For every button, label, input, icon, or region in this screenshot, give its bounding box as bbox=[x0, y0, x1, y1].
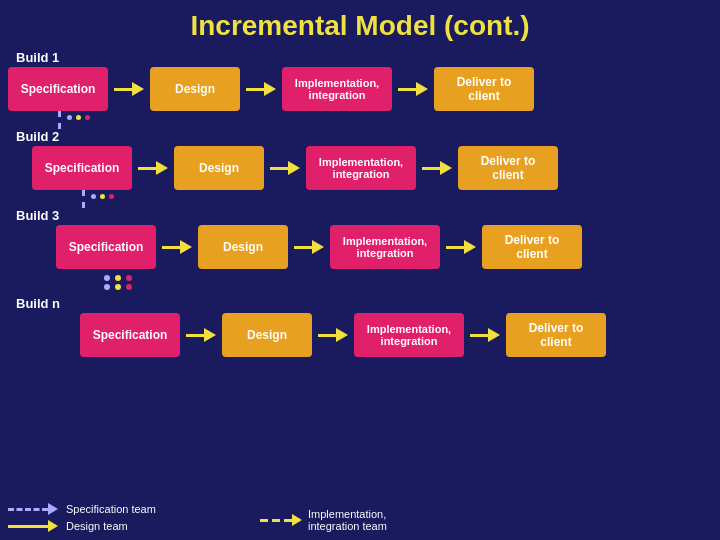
buildn-deliver-box: Deliver to client bbox=[506, 313, 606, 357]
legend-impl-team: Implementation, integration team bbox=[260, 508, 387, 532]
build3-deliver-box: Deliver to client bbox=[482, 225, 582, 269]
connector-2-3 bbox=[56, 190, 712, 208]
buildn-impl-box: Implementation, integration bbox=[354, 313, 464, 357]
build3-impl-box: Implementation, integration bbox=[330, 225, 440, 269]
buildn-spec-design-arrow bbox=[186, 328, 216, 342]
build2-impl-deliver-arrow bbox=[422, 161, 452, 175]
dots-section bbox=[104, 275, 712, 290]
build2-deliver-box: Deliver to client bbox=[458, 146, 558, 190]
buildn-impl-deliver-arrow bbox=[470, 328, 500, 342]
legend-design-team-label: Design team bbox=[66, 520, 128, 532]
legend-design-team: Design team bbox=[8, 520, 156, 532]
build1-spec-design-arrow bbox=[114, 82, 144, 96]
legend: Specification team Design team bbox=[8, 503, 156, 532]
build3-spec-box: Specification bbox=[56, 225, 156, 269]
build3-label: Build 3 bbox=[16, 208, 712, 223]
build1-row: Specification Design Implementation, int… bbox=[8, 67, 712, 111]
legend-spec-team-label: Specification team bbox=[66, 503, 156, 515]
build3-design-box: Design bbox=[198, 225, 288, 269]
buildn-section: Build n Specification Design Implementat… bbox=[8, 296, 712, 357]
buildn-design-box: Design bbox=[222, 313, 312, 357]
build3-design-impl-arrow bbox=[294, 240, 324, 254]
build1-spec-box: Specification bbox=[8, 67, 108, 111]
build3-row: Specification Design Implementation, int… bbox=[56, 225, 712, 269]
buildn-design-impl-arrow bbox=[318, 328, 348, 342]
build3-spec-design-arrow bbox=[162, 240, 192, 254]
page-title: Incremental Model (cont.) bbox=[0, 0, 720, 48]
build1-impl-deliver-arrow bbox=[398, 82, 428, 96]
build1-design-box: Design bbox=[150, 67, 240, 111]
build1-deliver-box: Deliver to client bbox=[434, 67, 534, 111]
buildn-label: Build n bbox=[16, 296, 712, 311]
legend-impl-team-label: Implementation, integration team bbox=[308, 508, 387, 532]
build2-design-impl-arrow bbox=[270, 161, 300, 175]
build2-row: Specification Design Implementation, int… bbox=[32, 146, 712, 190]
build1-label: Build 1 bbox=[16, 50, 712, 65]
legend-spec-team: Specification team bbox=[8, 503, 156, 515]
build2-design-box: Design bbox=[174, 146, 264, 190]
build2-label: Build 2 bbox=[16, 129, 712, 144]
build1-section: Build 1 Specification Design Implementat… bbox=[8, 50, 712, 111]
connector-1-2 bbox=[32, 111, 712, 129]
build2-spec-box: Specification bbox=[32, 146, 132, 190]
build2-section: Build 2 Specification Design Implementat… bbox=[8, 129, 712, 190]
build3-section: Build 3 Specification Design Implementat… bbox=[8, 208, 712, 269]
buildn-spec-box: Specification bbox=[80, 313, 180, 357]
build2-spec-design-arrow bbox=[138, 161, 168, 175]
build2-impl-box: Implementation, integration bbox=[306, 146, 416, 190]
buildn-row: Specification Design Implementation, int… bbox=[80, 313, 712, 357]
build3-impl-deliver-arrow bbox=[446, 240, 476, 254]
build1-impl-box: Implementation, integration bbox=[282, 67, 392, 111]
build1-design-impl-arrow bbox=[246, 82, 276, 96]
